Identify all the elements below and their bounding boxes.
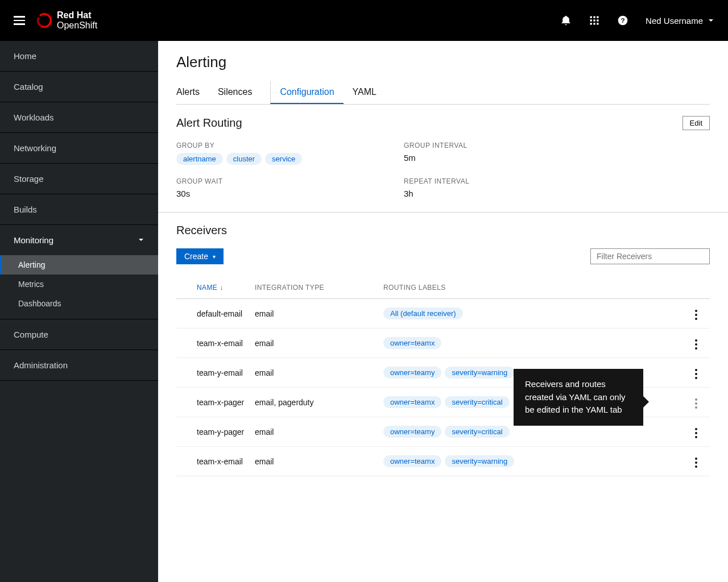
sidebar-item-networking[interactable]: Networking: [0, 133, 158, 164]
kebab-menu-icon[interactable]: [693, 455, 700, 470]
user-menu[interactable]: Ned Username: [646, 16, 714, 26]
receiver-name: team-x-email: [176, 447, 250, 476]
tab-silences[interactable]: Silences: [218, 81, 261, 104]
routing-label-chip: severity=critical: [445, 426, 509, 438]
sort-desc-icon: ↓: [220, 284, 223, 292]
receiver-name: team-y-pager: [176, 417, 250, 447]
page-header: Alerting AlertsSilencesConfigurationYAML: [158, 41, 728, 105]
sidebar-item-home[interactable]: Home: [0, 41, 158, 72]
help-icon[interactable]: ?: [617, 15, 628, 26]
chevron-down-icon: [138, 235, 144, 245]
svg-rect-8: [590, 23, 592, 24]
kebab-menu-icon[interactable]: [693, 307, 700, 322]
sidebar-subitem-dashboards[interactable]: Dashboards: [0, 294, 158, 313]
sidebar-item-monitoring[interactable]: Monitoring: [0, 225, 158, 255]
kebab-menu-icon[interactable]: [693, 337, 700, 352]
group-by-field: GROUP BY alertnameclusterservice: [176, 142, 404, 165]
sidebar-subitem-alerting[interactable]: Alerting: [0, 255, 158, 275]
tab-yaml[interactable]: YAML: [353, 81, 386, 104]
svg-rect-7: [597, 19, 598, 21]
routing-label-chip: severity=warning: [445, 367, 514, 379]
kebab-menu-icon[interactable]: [693, 367, 700, 381]
table-row: team-x-emailemailowner=teamx: [176, 329, 710, 358]
group-interval-field: GROUP INTERVAL 5m: [404, 142, 631, 165]
create-button[interactable]: Create ▾: [176, 248, 224, 264]
table-row: default-emailemailAll (default receiver): [176, 299, 710, 329]
column-name[interactable]: NAME↓: [176, 278, 250, 299]
topbar: Red Hat OpenShift ? Ned Username: [0, 0, 728, 41]
table-row: team-x-emailemailowner=teamxseverity=war…: [176, 447, 710, 476]
user-name: Ned Username: [646, 16, 703, 26]
svg-text:?: ?: [621, 16, 625, 24]
chevron-down-icon: [708, 17, 714, 24]
receiver-integration: email: [250, 329, 379, 358]
svg-rect-3: [593, 16, 595, 18]
alert-routing-section: Alert Routing Edit GROUP BY alertnameclu…: [158, 105, 728, 213]
group-wait-field: GROUP WAIT 30s: [176, 177, 404, 198]
receivers-section: Receivers Create ▾ NAME↓ INTEGRATION TYP…: [158, 213, 728, 490]
group-by-chip: cluster: [226, 153, 262, 165]
tabs: AlertsSilencesConfigurationYAML: [176, 81, 710, 105]
alert-routing-title: Alert Routing: [176, 117, 242, 130]
svg-rect-4: [597, 16, 598, 18]
sidebar-item-storage[interactable]: Storage: [0, 164, 158, 194]
topbar-left: Red Hat OpenShift: [14, 10, 97, 30]
receiver-name: team-x-pager: [176, 388, 250, 417]
receiver-labels: All (default receiver): [379, 299, 682, 329]
routing-label-chip: owner=teamy: [383, 426, 441, 438]
sidebar-subitem-metrics[interactable]: Metrics: [0, 275, 158, 294]
chevron-down-icon: ▾: [213, 253, 216, 260]
receiver-labels: owner=teamx: [379, 329, 682, 358]
sidebar-item-catalog[interactable]: Catalog: [0, 72, 158, 102]
svg-rect-10: [597, 23, 598, 24]
routing-label-chip: severity=critical: [445, 396, 509, 408]
routing-label-chip: owner=teamx: [383, 337, 441, 349]
receiver-labels: owner=teamxseverity=warning: [379, 447, 682, 476]
svg-rect-9: [593, 23, 595, 24]
bell-icon[interactable]: [560, 15, 572, 26]
tab-alerts[interactable]: Alerts: [176, 81, 209, 104]
redhat-logo-icon: [36, 13, 52, 28]
yaml-edit-tooltip: Receivers and routes created via YAML ca…: [514, 369, 643, 426]
sidebar-item-compute[interactable]: Compute: [0, 319, 158, 350]
routing-label-chip: owner=teamy: [383, 367, 441, 379]
receiver-integration: email: [250, 447, 379, 476]
routing-label-chip: All (default receiver): [383, 307, 463, 319]
group-by-chip: service: [265, 153, 302, 165]
main-content: Alerting AlertsSilencesConfigurationYAML…: [158, 41, 728, 582]
receivers-title: Receivers: [176, 224, 710, 237]
routing-label-chip: owner=teamx: [383, 396, 441, 408]
receiver-name: default-email: [176, 299, 250, 329]
topbar-right: ? Ned Username: [560, 15, 714, 26]
hamburger-menu-icon[interactable]: [14, 16, 25, 25]
page-title: Alerting: [176, 53, 710, 71]
sidebar-item-administration[interactable]: Administration: [0, 350, 158, 381]
column-integration[interactable]: INTEGRATION TYPE: [250, 278, 379, 299]
sidebar: HomeCatalogWorkloadsNetworkingStorageBui…: [0, 41, 158, 582]
filter-receivers-input[interactable]: [590, 248, 710, 264]
receiver-integration: email, pagerduty: [250, 388, 379, 417]
routing-label-chip: severity=warning: [445, 455, 514, 467]
apps-grid-icon[interactable]: [589, 15, 600, 26]
brand-logo[interactable]: Red Hat OpenShift: [36, 10, 97, 30]
receiver-integration: email: [250, 358, 379, 388]
column-labels[interactable]: ROUTING LABELS: [379, 278, 682, 299]
brand-text: Red Hat OpenShift: [57, 10, 97, 30]
receiver-integration: email: [250, 417, 379, 447]
receiver-name: team-x-email: [176, 329, 250, 358]
edit-button[interactable]: Edit: [682, 116, 710, 130]
repeat-interval-field: REPEAT INTERVAL 3h: [404, 177, 631, 198]
svg-rect-6: [593, 19, 595, 21]
tab-configuration[interactable]: Configuration: [270, 81, 343, 104]
kebab-menu-icon[interactable]: [693, 426, 700, 440]
sidebar-item-builds[interactable]: Builds: [0, 194, 158, 225]
svg-rect-2: [590, 16, 592, 18]
svg-rect-5: [590, 19, 592, 21]
group-by-chip: alertname: [176, 153, 223, 165]
kebab-menu-icon: [693, 396, 700, 411]
routing-label-chip: owner=teamx: [383, 455, 441, 467]
receiver-name: team-y-email: [176, 358, 250, 388]
receiver-integration: email: [250, 299, 379, 329]
sidebar-item-workloads[interactable]: Workloads: [0, 102, 158, 133]
